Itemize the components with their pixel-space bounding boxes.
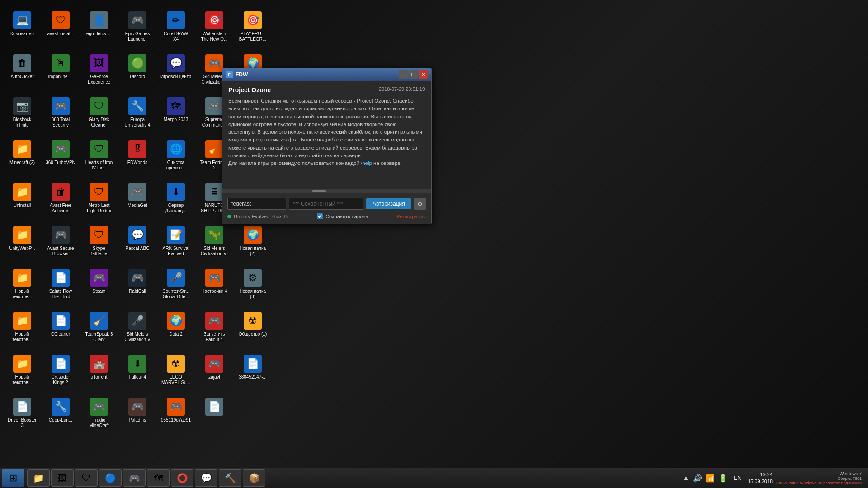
icon-mediaget[interactable]: ⬇ Сервер Дистанц... — [158, 181, 193, 221]
icon-label-vsyakren: Minecraft (2) — [9, 160, 35, 165]
icon-paladins[interactable]: 🎮 055119d7ac91 — [158, 395, 193, 436]
icon-teamspeak3[interactable]: 🎤 Sid Meiers Civilization V — [120, 310, 155, 350]
taskbar-app-circle[interactable]: 🔵 — [99, 469, 122, 487]
icon-avast-free[interactable]: 🛡 Metro Last Light Redux — [81, 181, 117, 221]
icon-380452147[interactable]: 📄 Driver Booster 3 — [5, 395, 40, 436]
icon-vsyakren[interactable]: 📁 Minecraft (2) — [5, 138, 40, 178]
icon-computer[interactable]: 💻 Компьютер — [5, 9, 40, 50]
icon-wolfenstein[interactable]: 🎯 Wolfenstein The New O... — [197, 9, 232, 50]
fdw-minimize-button[interactable]: – — [399, 70, 408, 79]
ark-icon: 🦖 — [205, 226, 223, 244]
taskbar-app-greenshot[interactable]: 🖼 — [51, 469, 74, 487]
fdw-password-input[interactable] — [289, 198, 363, 210]
icon-pascal[interactable]: 📝 ARK Survival Evolved — [158, 224, 193, 264]
icon-novy-text[interactable]: 📄 Saints Row The Third — [43, 267, 78, 307]
icon-055119[interactable]: 📄 — [197, 395, 232, 436]
icon-label-avast-install: avast-instal... — [47, 31, 74, 37]
icon-korzina[interactable]: 🗑 AutoClicker — [5, 52, 40, 93]
icon-driver-booster[interactable]: 🔧 Coop-Lan... — [43, 395, 78, 436]
tray-icon-battery[interactable]: 🔋 — [718, 474, 727, 483]
icon-novy-text2[interactable]: 📄 CCleaner — [43, 310, 78, 350]
icon-trudio[interactable]: 🎮 Paladins — [120, 395, 155, 436]
fdworlds-icon: 🌐 — [167, 140, 185, 158]
icon-steam[interactable]: 🎮 RaidCall — [120, 267, 155, 307]
icon-hearts-iron[interactable]: 🎖 FDWorlds — [120, 138, 155, 178]
icon-coreldraw[interactable]: ✏ CorelDRAW X4 — [158, 9, 193, 50]
icon-epic-games[interactable]: 🎮 Epic Games Launcher — [120, 9, 155, 50]
raidcall-icon: 🎤 — [167, 269, 185, 287]
icon-egor-letov[interactable]: 👤 egor-letov-... — [81, 9, 117, 50]
taskbar-app-dota[interactable]: 🎮 — [123, 469, 146, 487]
taskbar-language[interactable]: EN — [731, 475, 744, 481]
icon-counter-str[interactable]: 🎮 Настройки 4 — [197, 267, 232, 307]
icon-fdworlds[interactable]: 🌐 Очистка времен... — [158, 138, 193, 178]
fdw-maximize-button[interactable]: ☐ — [409, 70, 418, 79]
icon-fallout4[interactable]: ☢ LEGO MARVEL Su... — [158, 352, 193, 393]
fdw-auth-button[interactable]: Авторизация — [366, 198, 411, 209]
taskbar-app-explorer[interactable]: 📁 — [27, 469, 50, 487]
icon-sid5[interactable]: 🌍 Dota 2 — [158, 310, 193, 350]
icon-obshestvo[interactable]: 📁 Новый текстов... — [5, 352, 40, 393]
icon-360turbovpn[interactable]: 🛡 Hearts of Iron IV Fie " — [81, 138, 117, 178]
icon-metro-last[interactable]: 🎮 MediaGet — [120, 181, 155, 221]
055119-icon: 📄 — [205, 398, 223, 416]
icon-nastroyki4[interactable]: ⚙ Новая папка (3) — [235, 267, 270, 307]
icon-unityweb[interactable]: 🎮 Avast Secure Browser — [43, 224, 78, 264]
fdw-close-button[interactable]: ✕ — [419, 70, 428, 79]
fdw-username-input[interactable] — [227, 198, 286, 210]
icon-istoriya[interactable]: 📁 Uninstall — [5, 181, 40, 221]
icon-imgonline[interactable]: 🖼 GeForce Experience — [81, 52, 117, 93]
taskbar-app-hammer[interactable]: 🔨 — [219, 469, 241, 487]
taskbar-app-opera[interactable]: ⭕ — [171, 469, 193, 487]
icon-pubg[interactable]: 🎯 PLAYERU... BATTLEGR... — [235, 9, 270, 50]
icon-skype[interactable]: 💬 Pascal ABC — [120, 224, 155, 264]
icon-fallout4-run[interactable]: ☢ Общество (1) — [235, 310, 270, 350]
icon-discord[interactable]: 💬 Игровой центр — [158, 52, 193, 93]
icon-novaya-papka2[interactable]: 📁 Новый текстов... — [5, 267, 40, 307]
fdw-register-link[interactable]: Регистрация — [397, 214, 426, 219]
icon-autoclicker[interactable]: 🖱 imgonline-... — [43, 52, 78, 93]
icon-novy-text3[interactable]: 📄 Crusader Kings 2 — [43, 352, 78, 393]
icon-lego-marvel[interactable]: 🎮 zajavl — [197, 352, 232, 393]
fdw-scrollbar[interactable] — [222, 189, 431, 193]
icon-minecraft2[interactable]: 🎮 360 TurboVPN — [43, 138, 78, 178]
icon-raidcall[interactable]: 🎤 Counter-Str... Global Offe... — [158, 267, 193, 307]
icon-zajavl[interactable]: 📄 380452147-... — [235, 352, 270, 393]
icon-crusader[interactable]: 🏰 µTorrent — [81, 352, 117, 393]
icon-novaya-papka3[interactable]: 📁 Новый текстов... — [5, 310, 40, 350]
icon-avast-install[interactable]: 🛡 avast-instal... — [43, 9, 78, 50]
icon-geforce[interactable]: 🟢 Discord — [120, 52, 155, 93]
tray-icon-1[interactable]: ▲ — [683, 474, 690, 482]
icon-label-ccleaner: TeamSpeak 3 Client — [84, 332, 114, 343]
tray-icon-network[interactable]: 📶 — [706, 474, 715, 483]
icon-utorrent[interactable]: ⬇ Fallout 4 — [120, 352, 155, 393]
icon-dota2[interactable]: 🎮 Запустить Fallout 4 — [197, 310, 232, 350]
avast-free-icon: 🛡 — [90, 183, 108, 201]
icon-avast-secure[interactable]: 🛡 Skype Battle.net — [81, 224, 117, 264]
icon-saints-row[interactable]: 🎮 Steam — [81, 267, 117, 307]
driver-booster-icon: 🔧 — [52, 398, 70, 416]
icon-camera[interactable]: 📷 Bioshock Infinite — [5, 95, 40, 136]
taskbar-app-maps[interactable]: 🗺 — [147, 469, 170, 487]
taskbar-app-shield[interactable]: 🛡 — [75, 469, 98, 487]
fdw-save-password-checkbox[interactable] — [317, 213, 323, 219]
icon-europa4[interactable]: 🗺 Метро 2033 — [158, 95, 193, 136]
steam-icon: 🎮 — [128, 269, 146, 287]
fdw-settings-button[interactable]: ⚙ — [414, 198, 426, 210]
taskbar-app-skype[interactable]: 💬 — [195, 469, 217, 487]
icon-sid6[interactable]: 🌍 Новая папка (2) — [235, 224, 270, 264]
taskbar-start-button[interactable]: ⊞ — [2, 469, 24, 487]
tray-icon-sound[interactable]: 🔊 — [693, 474, 702, 483]
icon-uninstall[interactable]: 🗑 Avast Free Antivirus — [43, 181, 78, 221]
icon-ccleaner[interactable]: 🧹 TeamSpeak 3 Client — [81, 310, 117, 350]
taskbar-clock[interactable]: 19:24 15.09.2018 — [744, 471, 776, 485]
icon-bioshock[interactable]: 🎮 360 Total Security — [43, 95, 78, 136]
icon-novaya-papka[interactable]: 📁 UnityWebP... — [5, 224, 40, 264]
icon-coop-lan[interactable]: 🎮 Trudio MineCraft — [81, 395, 117, 436]
icon-ark[interactable]: 🦖 Sid Meiers Civilization VI — [197, 224, 232, 264]
icon-360security[interactable]: 🛡 Glary Disk Cleaner — [81, 95, 117, 136]
icon-label-obshestvo: Новый текстов... — [7, 375, 38, 385]
unityweb-icon: 🎮 — [52, 226, 70, 244]
taskbar-app-box[interactable]: 📦 — [243, 469, 265, 487]
icon-glary[interactable]: 🔧 Europa Universalis 4 — [120, 95, 155, 136]
